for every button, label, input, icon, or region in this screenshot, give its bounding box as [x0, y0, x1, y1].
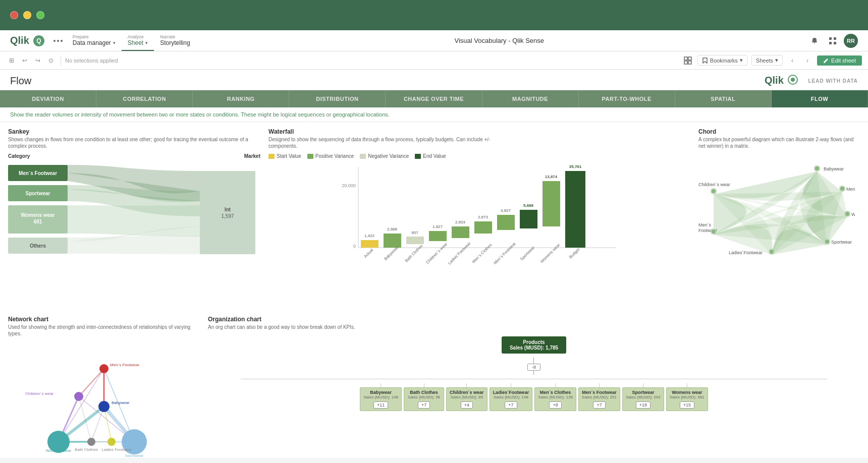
back-icon[interactable]: ⊞: [6, 55, 17, 66]
tab-spatial[interactable]: Spatial: [675, 90, 772, 107]
svg-point-107: [107, 438, 116, 446]
svg-text:Children´s wear: Children´s wear: [698, 182, 730, 187]
svg-point-95: [99, 364, 108, 373]
sankey-axis-right: Market: [244, 153, 260, 159]
zoom-icon[interactable]: ⊙: [45, 55, 57, 66]
svg-text:20,000: 20,000: [342, 183, 356, 188]
prev-sheet-icon[interactable]: ‹: [787, 55, 798, 66]
sankey-chart[interactable]: Category Market Men´s Footwear Sportwear…: [8, 153, 260, 259]
org-expand-womens-wear: +15: [670, 401, 704, 409]
traffic-light-red[interactable]: [10, 11, 18, 19]
svg-rect-46: [497, 215, 515, 230]
tab-distribution[interactable]: Distribution: [289, 90, 386, 107]
org-child-babywear: Babywear Sales (MUSD): 148 +11: [360, 383, 402, 411]
description-bar: Show the reader volumes or intensity of …: [0, 107, 868, 122]
tab-ranking[interactable]: Ranking: [193, 90, 289, 107]
tab-magnitude[interactable]: Magnitude: [482, 90, 579, 107]
tab-flow[interactable]: Flow: [772, 90, 868, 107]
svg-text:5,688: 5,688: [523, 203, 534, 208]
svg-point-76: [825, 239, 830, 244]
network-chart[interactable]: Men´s Footwear Children´s wear Babywear …: [8, 341, 200, 452]
nav-right: RR: [802, 30, 863, 51]
sankey-title: Sankey: [8, 128, 260, 135]
svg-text:Bath Clothes: Bath Clothes: [404, 244, 424, 263]
qlik-brand: Qlik LEAD WITH DATA: [765, 75, 858, 87]
svg-text:2,673: 2,673: [478, 215, 489, 219]
chord-desc: A complex but powerful diagram which can…: [698, 136, 860, 149]
chord-chart[interactable]: Babywear Men´s Clothes Womens wear Sport…: [698, 153, 860, 259]
redo-icon[interactable]: ↪: [32, 55, 43, 66]
org-expand-root[interactable]: -8: [527, 364, 540, 371]
bookmarks-button[interactable]: Bookmarks ▾: [697, 55, 747, 66]
network-title: Network chart: [8, 316, 200, 323]
svg-rect-43: [474, 221, 492, 234]
svg-text:Men´s Footwear: Men´s Footwear: [19, 170, 57, 176]
svg-rect-21: [200, 171, 255, 254]
nav-logo[interactable]: Qlik Q: [5, 30, 49, 51]
nav-section-analyze[interactable]: Analyze Sheet ▾: [122, 30, 154, 51]
svg-text:Sportwear: Sportwear: [831, 240, 852, 245]
svg-text:Actual: Actual: [363, 248, 374, 259]
svg-point-77: [769, 249, 774, 254]
grid-view-icon[interactable]: [682, 55, 693, 66]
edit-sheet-button[interactable]: Edit sheet: [817, 55, 862, 66]
nav-more-button[interactable]: [49, 30, 67, 51]
nav-section-prepare[interactable]: Prepare Data manager ▾: [67, 30, 122, 51]
svg-text:Womens wear: Womens wear: [851, 212, 855, 217]
undo-icon[interactable]: ↩: [19, 55, 30, 66]
tab-deviation[interactable]: Deviation: [0, 90, 96, 107]
svg-rect-52: [542, 181, 560, 226]
org-child-ladies: Ladies´Footwear Sales (MUSD): 148 +7: [490, 383, 533, 411]
svg-rect-5: [688, 57, 691, 60]
svg-point-78: [711, 229, 716, 234]
svg-text:0: 0: [353, 244, 356, 249]
sheets-chevron: ▾: [775, 57, 778, 64]
tab-change-over-time[interactable]: Change over Time: [386, 90, 482, 107]
traffic-light-yellow[interactable]: [23, 11, 31, 19]
svg-text:Children´s wear: Children´s wear: [25, 391, 53, 396]
svg-point-79: [711, 189, 716, 194]
org-expand-bath: +7: [407, 401, 441, 409]
qlik-logo-icon: Q: [33, 35, 44, 46]
svg-rect-28: [361, 240, 378, 248]
org-children-row: Babywear Sales (MUSD): 148 +11 Bath Clot…: [360, 383, 708, 411]
svg-rect-0: [829, 37, 832, 40]
svg-rect-55: [565, 171, 585, 248]
org-desc: An org chart can also be a good way to s…: [208, 324, 450, 330]
svg-text:Children´s wear: Children´s wear: [425, 242, 448, 265]
chord-section: Chord A complex but powerful diagram whi…: [698, 128, 860, 310]
svg-text:Men´s Clothes: Men´s Clothes: [471, 243, 493, 264]
analyze-chevron: ▾: [145, 40, 148, 45]
nav-section-narrate[interactable]: Narrate Storytelling: [154, 30, 196, 51]
no-selections-label: No selections applied: [65, 57, 118, 64]
brand-suffix: LEAD WITH DATA: [808, 78, 858, 84]
svg-text:2,833: 2,833: [455, 220, 466, 224]
sankey-svg: Men´s Footwear Sportwear Womens wear 681…: [8, 161, 255, 257]
svg-text:681: 681: [34, 219, 42, 224]
svg-text:13,874: 13,874: [545, 175, 558, 179]
svg-text:Sportwear: Sportwear: [26, 191, 50, 196]
org-expand-children-wear: +4: [450, 401, 484, 409]
toolbar: ⊞ ↩ ↪ ⊙ No selections applied Bookmarks …: [0, 51, 868, 70]
org-title: Organization chart: [208, 316, 860, 323]
svg-text:Others: Others: [30, 243, 46, 249]
toolbar-icons: ⊞ ↩ ↪ ⊙: [6, 55, 57, 66]
prepare-chevron: ▾: [113, 40, 116, 45]
org-expand-mens-footwear: +7: [582, 401, 617, 409]
notification-button[interactable]: [807, 34, 822, 48]
org-child-mens-clothes: Men´s Clothes Sales (MUSD): 139 +8: [534, 383, 576, 411]
top-charts-row: Sankey Shows changes in flows from one c…: [0, 122, 868, 316]
tab-part-to-whole[interactable]: Part-to-whole: [579, 90, 675, 107]
svg-text:Qlik: Qlik: [765, 75, 784, 86]
user-avatar[interactable]: RR: [844, 34, 858, 48]
grid-button[interactable]: [826, 34, 840, 48]
org-expand-mens-clothes: +8: [538, 401, 573, 409]
next-sheet-icon[interactable]: ›: [802, 55, 813, 66]
traffic-light-green[interactable]: [36, 11, 44, 19]
nav-title: Visual Vocabulary - Qlik Sense: [196, 30, 802, 51]
sheets-button[interactable]: Sheets ▾: [751, 55, 783, 66]
tab-correlation[interactable]: Correlation: [96, 90, 193, 107]
waterfall-chart[interactable]: 20,000 0 1,422 Actual 2,688 Babywear 957…: [268, 162, 690, 263]
sheet-header: Flow Qlik LEAD WITH DATA: [0, 70, 868, 90]
svg-text:Budget: Budget: [568, 247, 581, 260]
